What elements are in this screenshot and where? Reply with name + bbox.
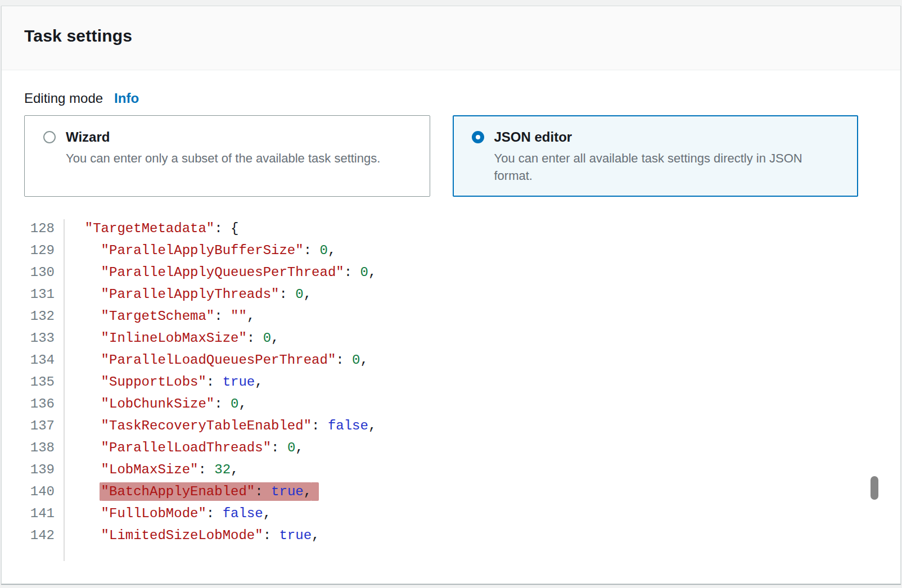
code-line: 129 "ParallelApplyBufferSize": 0, <box>24 239 858 261</box>
code-line: 130 "ParallelApplyQueuesPerThread": 0, <box>24 261 858 283</box>
line-number: 134 <box>24 349 64 371</box>
line-number: 136 <box>24 393 64 415</box>
panel-header: Task settings <box>2 6 900 70</box>
option-tile-json-editor-top: JSON editor <box>472 129 841 145</box>
line-number: 131 <box>24 283 64 305</box>
json-code-editor[interactable]: 128 "TargetMetadata": {129 "ParallelAppl… <box>24 218 858 561</box>
code-line: 134 "ParallelLoadQueuesPerThread": 0, <box>24 349 858 371</box>
code-line: 137 "TaskRecoveryTableEnabled": false, <box>24 415 858 437</box>
code-line: 133 "InlineLobMaxSize": 0, <box>24 327 858 349</box>
code-text: "TaskRecoveryTableEnabled": false, <box>64 415 376 437</box>
code-text: "TargetMetadata": { <box>64 218 238 239</box>
option-tile-wizard[interactable]: Wizard You can enter only a subset of th… <box>24 115 430 197</box>
code-text: "TargetSchema": "", <box>64 305 255 327</box>
radio-button-wizard[interactable] <box>43 131 56 143</box>
code-text: "LimitedSizeLobMode": true, <box>64 524 319 546</box>
code-text: "ParallelLoadQueuesPerThread": 0, <box>64 349 368 371</box>
code-line: 128 "TargetMetadata": { <box>24 218 858 239</box>
radio-button-json-editor[interactable] <box>472 131 484 143</box>
line-number: 139 <box>24 459 64 481</box>
code-line: 141 "FullLobMode": false, <box>24 503 858 524</box>
editing-mode-label: Editing mode <box>24 91 103 106</box>
line-number: 142 <box>24 524 64 546</box>
panel-body: Editing mode Info Wizard You can enter o… <box>2 70 900 561</box>
line-number: 138 <box>24 437 64 459</box>
code-line: 131 "ParallelApplyThreads": 0, <box>24 283 858 305</box>
editor-scrollbar-thumb[interactable] <box>871 476 878 500</box>
line-number: 129 <box>24 239 64 261</box>
code-text: "LobMaxSize": 32, <box>64 459 238 481</box>
code-text: "ParallelApplyBufferSize": 0, <box>64 239 336 261</box>
code-text: "LobChunkSize": 0, <box>64 393 247 415</box>
highlighted-code: "BatchApplyEnabled": true, <box>101 482 312 501</box>
code-line: 139 "LobMaxSize": 32, <box>24 459 858 481</box>
option-description: You can enter only a subset of the avail… <box>66 150 403 167</box>
code-text: "ParallelApplyThreads": 0, <box>64 283 312 305</box>
line-number: 141 <box>24 503 64 524</box>
code-text: "ParallelApplyQueuesPerThread": 0, <box>64 261 376 283</box>
option-tile-wizard-top: Wizard <box>43 129 413 145</box>
page-title: Task settings <box>24 26 878 46</box>
gutter-divider <box>64 219 65 561</box>
code-line: 142 "LimitedSizeLobMode": true, <box>24 524 858 546</box>
task-settings-panel: Task settings Editing mode Info Wizard Y… <box>1 6 901 584</box>
option-description: You can enter all available task setting… <box>494 150 832 184</box>
code-line: 136 "LobChunkSize": 0, <box>24 393 858 415</box>
line-number: 135 <box>24 371 64 393</box>
line-number: 132 <box>24 305 64 327</box>
code-text: "ParallelLoadThreads": 0, <box>64 437 304 459</box>
editing-mode-row: Editing mode Info <box>24 91 858 106</box>
line-number: 137 <box>24 415 64 437</box>
option-label: Wizard <box>66 129 110 145</box>
line-number: 130 <box>24 261 64 283</box>
code-text: "SupportLobs": true, <box>64 371 263 393</box>
option-label: JSON editor <box>494 129 572 145</box>
code-line: 135 "SupportLobs": true, <box>24 371 858 393</box>
line-number: 128 <box>24 218 64 239</box>
line-number: 140 <box>24 481 64 503</box>
editing-mode-options: Wizard You can enter only a subset of th… <box>24 115 858 197</box>
code-line: 132 "TargetSchema": "", <box>24 305 858 327</box>
code-line: 138 "ParallelLoadThreads": 0, <box>24 437 858 459</box>
code-line: 140 "BatchApplyEnabled": true, <box>24 481 858 503</box>
code-text: "BatchApplyEnabled": true, <box>64 481 312 503</box>
code-text: "InlineLobMaxSize": 0, <box>64 327 279 349</box>
code-text: "FullLobMode": false, <box>64 503 271 524</box>
line-number: 133 <box>24 327 64 349</box>
info-link[interactable]: Info <box>114 91 139 106</box>
option-tile-json-editor[interactable]: JSON editor You can enter all available … <box>453 115 859 197</box>
